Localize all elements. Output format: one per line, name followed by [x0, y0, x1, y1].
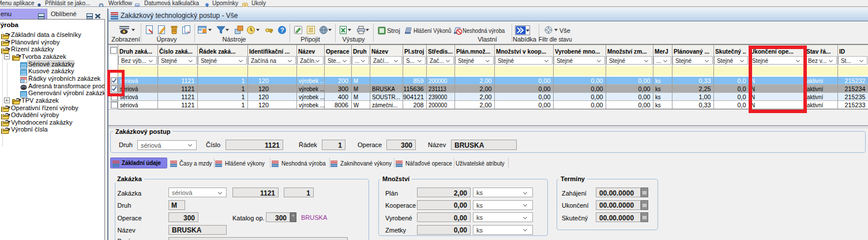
svg-text:?: ? — [280, 27, 284, 33]
